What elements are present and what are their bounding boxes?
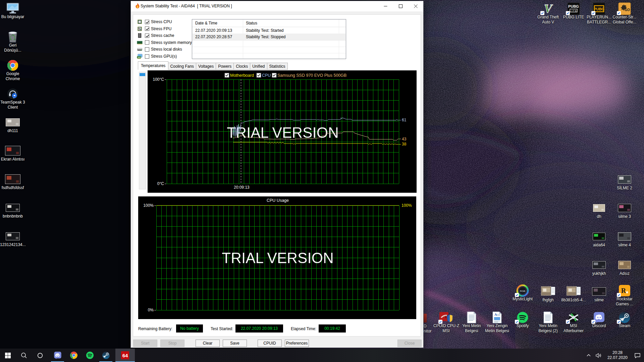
desktop-icon-label: Counter-Str...Global Offe... <box>612 15 637 24</box>
taskbar-app-steam[interactable] <box>98 349 114 362</box>
desktop-icon-dh111[interactable]: dh111 <box>0 116 25 133</box>
stress-checkbox[interactable] <box>145 26 149 31</box>
tray-chevron-icon[interactable] <box>584 349 593 362</box>
desktop-icon-ekran-alintisi[interactable]: Ekran Alıntısı <box>0 145 25 162</box>
desktop-icon-label: Yeni MetinBelgesi (2) <box>535 323 561 333</box>
desktop-icon-label: Bu bilgisayar <box>0 14 25 19</box>
desktop-icon-recycle-bin[interactable]: GeriDönüşü... <box>0 31 25 53</box>
close-window-button[interactable] <box>408 1 423 11</box>
close-button[interactable]: Close <box>397 340 422 347</box>
desktop-icon-silme-3[interactable]: silme 3 <box>612 202 637 219</box>
action-center-icon[interactable] <box>631 349 644 362</box>
stress-checkbox[interactable] <box>145 54 149 59</box>
svg-text:R: R <box>621 287 626 294</box>
stress-option-stress-system-memory[interactable]: Stress system memory <box>137 40 192 45</box>
desktop-icon-gta-v[interactable]: V Grand TheftAuto V <box>535 3 561 24</box>
maximize-button[interactable] <box>393 1 408 11</box>
desktop-icon-dh[interactable]: dh <box>586 202 612 219</box>
event-log-table[interactable]: Date & Time Status 22.07.2020 20:09:13 S… <box>192 19 346 59</box>
tab-unified[interactable]: Unified <box>250 63 267 70</box>
desktop-icon-discord-desktop[interactable]: Discord <box>586 311 612 328</box>
table-header-datetime[interactable]: Date & Time <box>195 19 243 27</box>
desktop-icon-1231242134[interactable]: 1231242134... <box>0 230 25 247</box>
stress-option-stress-cpu[interactable]: Stress CPU <box>137 19 172 24</box>
vertical-trackbar[interactable] <box>139 72 146 189</box>
desktop-icon-teamspeak[interactable]: TeamSpeak 3Client <box>0 88 25 110</box>
clear-button[interactable]: Clear <box>196 340 220 347</box>
log-row-0-datetime[interactable]: 22.07.2020 20:09:13 <box>195 27 243 34</box>
desktop-icon-yukhjkh[interactable]: yukhjkh <box>586 259 612 276</box>
desktop-icon-rockstar[interactable]: R RockstarGames ... <box>612 285 637 306</box>
pubg-icon: PUBG <box>586 3 612 14</box>
desktop-icon-fhgfgh[interactable]: fhgfgh <box>535 286 561 303</box>
desktop-icon-silme-4[interactable]: silme 4 <box>612 231 637 248</box>
desktop-icon-pubg[interactable]: PUBG PLAYERUN...BATTLEGR... <box>586 3 612 24</box>
tab-cooling-fans[interactable]: Cooling Fans <box>168 63 196 70</box>
desktop-icon-pubg-lite[interactable]: PUBG LITE PUBG LITE <box>561 3 586 20</box>
taskbar-app-discord[interactable] <box>50 349 65 362</box>
start-button[interactable] <box>0 349 16 362</box>
desktop-icon-label: dh <box>586 214 612 219</box>
tab-clocks[interactable]: Clocks <box>234 63 250 70</box>
desktop-icon-msi-afterburner[interactable]: MSIAfterburner <box>561 311 586 333</box>
taskbar-app-spotify[interactable] <box>82 349 98 362</box>
save-button[interactable]: Save <box>223 340 247 347</box>
stress-checkbox[interactable] <box>145 40 149 45</box>
cpuid-button[interactable]: CPUID <box>258 340 282 347</box>
stress-option-stress-gpu-s-[interactable]: Stress GPU(s) <box>137 54 177 59</box>
desktop-icon-label: bnbnbnbnb <box>0 214 25 219</box>
tab-statistics[interactable]: Statistics <box>267 63 288 70</box>
stress-checkbox[interactable] <box>145 47 149 52</box>
desktop-icon-yeni-metin[interactable]: Yeni MetinBelgesi <box>459 311 484 333</box>
desktop-icon-fsdfsdfsfdssf[interactable]: fsdfsdfsfdssf <box>0 173 25 190</box>
tab-temperatures[interactable]: Temperatures <box>138 61 168 70</box>
stress-option-stress-local-disks[interactable]: Stress local disks <box>137 47 182 52</box>
clipped-icon-sliver[interactable] <box>424 314 427 322</box>
stress-checkbox[interactable] <box>145 20 149 24</box>
cortana-icon[interactable] <box>32 349 48 362</box>
desktop-icon-google-chrome[interactable]: GoogleChrome <box>0 59 25 81</box>
teamspeak-icon <box>0 88 25 100</box>
svg-text:100%: 100% <box>401 203 412 208</box>
stress-option-stress-cache[interactable]: Stress cache <box>137 33 174 38</box>
desktop-icon-aida64-file[interactable]: aida64 <box>586 231 612 248</box>
log-row-1-datetime[interactable]: 22.07.2020 20:28:57 <box>195 34 243 40</box>
table-header-status[interactable]: Status <box>246 19 338 27</box>
minimize-button[interactable] <box>378 1 393 11</box>
table-row-line <box>192 53 346 53</box>
desktop-icon-mysticlight[interactable]: RGB MysticLight <box>510 285 535 302</box>
desktop-icon-this-pc[interactable]: Bu bilgisayar <box>0 2 25 19</box>
stress-checkbox[interactable] <box>145 34 149 38</box>
desktop-icon-silme-2[interactable]: SİLME 2 <box>612 174 637 191</box>
desktop-icon-yeni-metin-2[interactable]: Yeni MetinBelgesi (2) <box>535 311 561 333</box>
title-bar[interactable]: System Stability Test - AIDA64 [ TRIAL V… <box>131 1 423 11</box>
stress-option-label: Stress FPU <box>151 26 171 31</box>
desktop-icon-cpuid-cpuz[interactable]: CPUID CPU-ZMSI <box>433 311 459 333</box>
status-label-1: Test Started: <box>211 326 233 331</box>
log-row-1-status[interactable]: Stability Test: Stopped <box>246 34 338 40</box>
desktop-icon-silme[interactable]: silme <box>586 286 612 303</box>
search-icon[interactable] <box>16 349 32 362</box>
log-row-0-status[interactable]: Stability Test: Started <box>246 27 338 34</box>
trackbar-thumb[interactable] <box>140 73 145 76</box>
table-row-line <box>192 60 346 60</box>
bnbnbnbnb-icon <box>0 202 25 214</box>
taskbar-clock[interactable]: 20:28 22.07.2020 <box>607 350 628 360</box>
tab-voltages[interactable]: Voltages <box>196 63 216 70</box>
desktop-icon-8b381cb5[interactable]: 8b381cb5-4... <box>561 286 586 303</box>
desktop-icon-adsiz[interactable]: Adsız <box>612 259 637 276</box>
taskbar-app-chrome[interactable] <box>66 349 82 362</box>
start-button[interactable]: Start <box>133 340 157 347</box>
desktop-icon-spotify-desktop[interactable]: Spotify <box>510 311 535 328</box>
desktop-icon-steam-desktop[interactable]: Steam <box>612 311 637 328</box>
desktop-icon-yeni-zengin[interactable]: A Yeni ZenginMetin Belgesi <box>484 311 510 333</box>
stress-option-stress-fpu[interactable]: % Stress FPU <box>137 26 171 32</box>
desktop-icon-csgo[interactable]: GO Counter-Str...Global Offe... <box>612 3 637 24</box>
main-panel: Stress CPU% Stress FPU Stress cache Stre… <box>133 14 421 337</box>
preferences-button[interactable]: Preferences <box>285 340 309 347</box>
stop-button[interactable]: Stop <box>160 340 184 347</box>
volume-icon[interactable] <box>593 349 604 362</box>
desktop-icon-bnbnbnbnb[interactable]: bnbnbnbnb <box>0 202 25 219</box>
tab-powers[interactable]: Powers <box>216 63 234 70</box>
taskbar-app-aida64[interactable]: 64 <box>115 349 135 362</box>
